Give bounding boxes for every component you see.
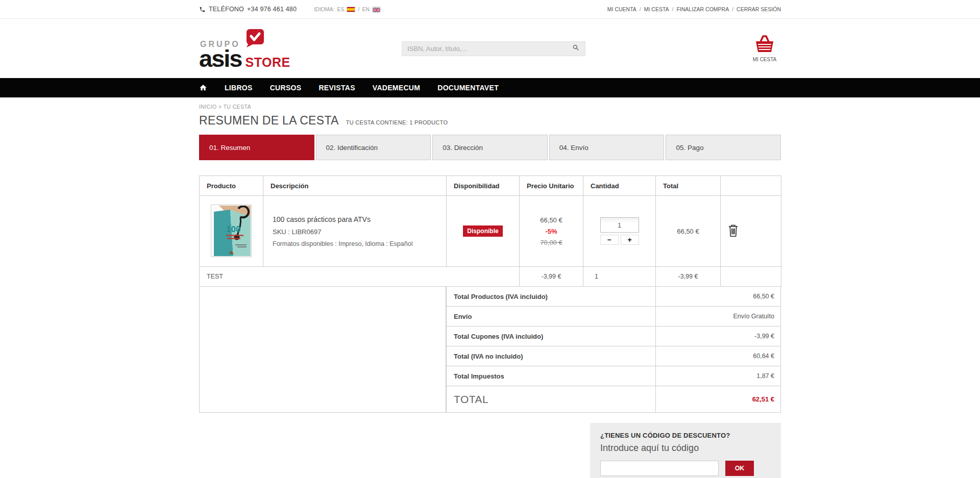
step-pago[interactable]: 05. Pago [666, 135, 781, 160]
header: GRUPO asis STORE MI CESTA [0, 19, 980, 78]
search-button[interactable] [572, 44, 580, 53]
discount-code-input[interactable] [600, 461, 719, 476]
breadcrumb-current: TU CESTA [224, 104, 251, 110]
coupon-row: TEST -3,99 € 1 -3,99 € [200, 267, 781, 287]
checkout-steps: 01. Resumen 02. Identificación 03. Direc… [199, 135, 781, 160]
nav-item-vademecum[interactable]: VADEMECUM [373, 84, 420, 92]
col-header-actions [721, 176, 781, 196]
uk-flag-icon[interactable] [372, 7, 381, 12]
page-title: RESUMEN DE LA CESTA [199, 114, 339, 128]
coupon-quantity: 1 [583, 267, 656, 287]
product-discount: -5% [520, 228, 583, 235]
step-identificacion[interactable]: 02. Identificación [316, 135, 431, 160]
quantity-cell: − + [583, 196, 656, 267]
cart-table: Producto Descripción Disponibilidad Prec… [199, 175, 781, 287]
nav-item-documentavet[interactable]: DOCUMENTAVET [437, 84, 499, 92]
col-header-disponibilidad: Disponibilidad [447, 176, 520, 196]
product-sku: SKU : LIBR0697 [273, 228, 446, 236]
coupon-name: TEST [200, 267, 520, 287]
trash-icon [728, 224, 739, 238]
cart-product-row: 100 100 casos prácticos para ATVs SKU : … [200, 196, 781, 267]
main-nav: LIBROS CURSOS REVISTAS VADEMECUM DOCUMEN… [0, 78, 980, 97]
phone-number: +34 976 461 480 [247, 6, 297, 13]
totals-section: Total Productos (IVA incluido) 66,50 € E… [199, 287, 781, 413]
lang-en-label[interactable]: EN [362, 6, 370, 12]
actions-cell [721, 196, 781, 267]
product-title[interactable]: 100 casos prácticos para ATVs [273, 215, 446, 223]
search-input[interactable] [407, 45, 572, 53]
store-logo[interactable]: GRUPO asis STORE [199, 29, 327, 70]
link-mi-cesta[interactable]: MI CESTA [644, 6, 669, 12]
language-label: IDIOMA: [314, 6, 334, 12]
grand-total-label: TOTAL [447, 386, 656, 412]
nav-item-libros[interactable]: LIBROS [225, 84, 253, 92]
totals-spacer [199, 287, 446, 413]
language-selector: IDIOMA: ES / EN [314, 6, 381, 12]
nav-item-revistas[interactable]: REVISTAS [318, 84, 355, 92]
discount-ok-button[interactable]: OK [725, 461, 754, 476]
logo-asis-text: asis [199, 46, 241, 70]
total-products-value: 66,50 € [656, 287, 780, 306]
total-products-row: Total Productos (IVA incluido) 66,50 € [446, 287, 781, 307]
search-bar [402, 41, 585, 56]
product-cover-image[interactable]: 100 [211, 205, 252, 257]
quantity-decrease-button[interactable]: − [600, 235, 619, 245]
link-finalizar-compra[interactable]: FINALIZAR COMPRA [676, 6, 729, 12]
link-mi-cuenta[interactable]: MI CUENTA [607, 6, 636, 12]
shipping-label: Envío [447, 307, 656, 326]
step-envio[interactable]: 04. Envío [549, 135, 665, 160]
quantity-input[interactable] [600, 217, 639, 233]
lang-es-label[interactable]: ES [337, 6, 344, 12]
col-header-cantidad: Cantidad [583, 176, 656, 196]
link-separator: / [640, 6, 641, 12]
col-header-precio-unitario: Precio Unitario [520, 176, 583, 196]
mini-cart[interactable]: MI CESTA [748, 35, 781, 62]
total-taxes-value: 1,87 € [656, 366, 780, 386]
cart-count-subtitle: TU CESTA CONTIENE: 1 PRODUCTO [346, 119, 448, 125]
shipping-value: Envío Gratuíto [656, 307, 780, 326]
link-separator: / [732, 6, 733, 12]
lang-separator: / [358, 6, 359, 12]
mini-cart-label: MI CESTA [753, 57, 776, 62]
step-direccion[interactable]: 03. Dirección [432, 135, 548, 160]
total-taxes-label: Total Impuestos [447, 366, 656, 386]
total-coupons-label: Total Cupones (IVA incluido) [447, 326, 656, 346]
breadcrumb: INICIO > TU CESTA [199, 104, 781, 110]
discount-subtitle: Introduce aquí tu código [600, 443, 771, 454]
breadcrumb-separator: > [218, 104, 222, 110]
product-description-cell: 100 casos prácticos para ATVs SKU : LIBR… [263, 196, 447, 267]
total-products-label: Total Productos (IVA incluido) [447, 287, 656, 306]
shipping-row: Envío Envío Gratuíto [446, 307, 781, 326]
spain-flag-icon[interactable] [347, 7, 355, 12]
total-taxes-row: Total Impuestos 1,87 € [446, 366, 781, 386]
discount-code-panel: ¿TIENES UN CÓDIGO DE DESCUENTO? Introduc… [590, 423, 781, 478]
step-resumen[interactable]: 01. Resumen [199, 135, 314, 160]
svg-text:100: 100 [226, 224, 240, 234]
discount-title: ¿TIENES UN CÓDIGO DE DESCUENTO? [600, 432, 771, 439]
product-image-cell: 100 [200, 196, 263, 267]
product-price: 66,50 € [520, 216, 583, 224]
home-icon[interactable] [199, 84, 207, 92]
remove-item-button[interactable] [728, 224, 739, 238]
logo-bubble-icon [244, 29, 264, 49]
availability-cell: Disponible [447, 196, 520, 267]
total-no-vat-row: Total (IVA no incluido) 60,64 € [446, 346, 781, 366]
col-header-descripcion: Descripción [263, 176, 447, 196]
total-no-vat-value: 60,64 € [656, 346, 780, 366]
breadcrumb-home[interactable]: INICIO [199, 104, 217, 110]
quantity-increase-button[interactable]: + [621, 235, 639, 245]
cart-table-header-row: Producto Descripción Disponibilidad Prec… [200, 176, 781, 196]
grand-total-row: TOTAL 62,51 € [446, 386, 781, 413]
coupon-actions-cell [721, 267, 781, 287]
search-icon [572, 44, 580, 53]
total-coupons-row: Total Cupones (IVA incluido) -3,99 € [446, 326, 781, 346]
product-old-price: 70,00 € [520, 239, 583, 246]
phone-block: TELÉFONO +34 976 461 480 IDIOMA: ES / EN [199, 6, 381, 13]
link-cerrar-sesion[interactable]: CERRAR SESIÓN [737, 6, 781, 12]
total-coupons-value: -3,99 € [656, 326, 780, 346]
account-links: MI CUENTA / MI CESTA / FINALIZAR COMPRA … [607, 6, 781, 12]
logo-store-text: STORE [245, 55, 290, 70]
link-separator: / [672, 6, 674, 12]
basket-icon [754, 35, 775, 55]
nav-item-cursos[interactable]: CURSOS [270, 84, 302, 92]
